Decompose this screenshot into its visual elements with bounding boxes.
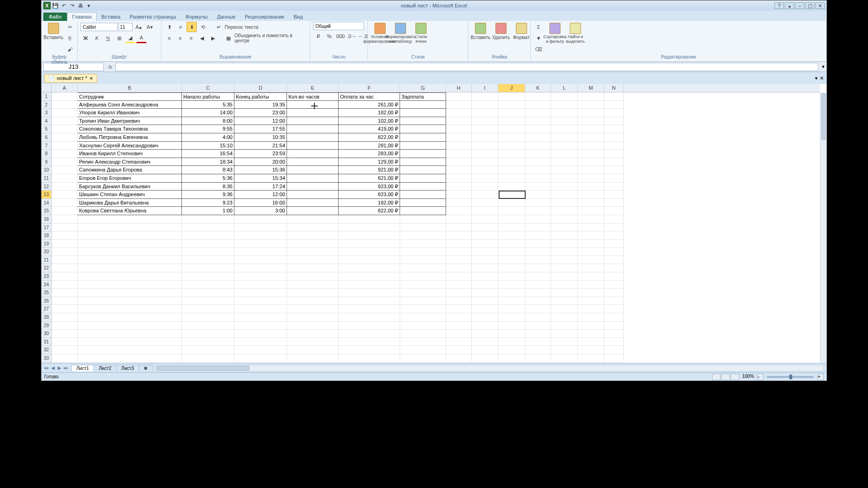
align-center-icon[interactable]: ≡ — [175, 33, 186, 43]
cell[interactable] — [525, 101, 551, 109]
cell[interactable] — [287, 142, 339, 150]
cell[interactable]: 20:00 — [234, 158, 287, 166]
cell[interactable] — [400, 117, 446, 125]
font-name-input[interactable] — [80, 23, 118, 31]
cell[interactable] — [472, 183, 498, 191]
cell[interactable] — [78, 305, 182, 313]
close-icon[interactable]: ✕ — [815, 2, 825, 9]
doc-close-icon[interactable]: ✕ — [820, 75, 824, 81]
cell[interactable] — [400, 330, 446, 338]
cell[interactable] — [578, 191, 604, 199]
align-middle-icon[interactable]: ≡ — [175, 22, 186, 32]
cell[interactable] — [604, 264, 624, 272]
cell[interactable] — [446, 289, 472, 297]
cell[interactable] — [287, 354, 339, 363]
cell[interactable] — [498, 231, 525, 240]
cell[interactable] — [578, 338, 604, 346]
cell[interactable] — [400, 166, 446, 174]
cell[interactable] — [498, 142, 525, 150]
undo-icon[interactable]: ↶ — [60, 2, 67, 9]
cell[interactable] — [400, 272, 446, 281]
cell[interactable] — [182, 272, 234, 281]
cell[interactable] — [578, 330, 604, 338]
sheet-next-icon[interactable]: ▶ — [56, 365, 63, 370]
font-color-icon[interactable]: A — [136, 33, 147, 43]
cell[interactable] — [498, 101, 525, 109]
col-header-g[interactable]: G — [400, 84, 446, 92]
cell[interactable] — [182, 224, 234, 232]
cell[interactable]: 419,00 ₽ — [339, 125, 400, 133]
cell[interactable] — [234, 272, 287, 281]
row-header-19[interactable]: 19 — [41, 240, 51, 248]
cell[interactable] — [52, 133, 78, 142]
col-header-i[interactable]: I — [472, 84, 498, 92]
cell[interactable] — [78, 248, 182, 256]
cell[interactable]: 8:00 — [182, 117, 234, 125]
row-header-27[interactable]: 27 — [41, 305, 51, 313]
row-header-33[interactable]: 33 — [41, 354, 51, 363]
cell[interactable] — [287, 215, 339, 224]
cell[interactable] — [446, 109, 472, 117]
cell[interactable] — [52, 92, 78, 101]
cell[interactable] — [339, 215, 400, 224]
row-header-29[interactable]: 29 — [41, 322, 51, 330]
cell[interactable] — [287, 281, 339, 289]
cell[interactable]: Шарикова Дарья Витальевна — [78, 199, 182, 207]
cell[interactable] — [604, 224, 624, 232]
cell[interactable] — [287, 313, 339, 322]
cell[interactable] — [551, 330, 578, 338]
new-sheet-button[interactable]: ✻ — [139, 365, 153, 371]
cell[interactable] — [498, 215, 525, 224]
cell[interactable] — [472, 297, 498, 305]
cell[interactable] — [472, 142, 498, 150]
cell[interactable] — [52, 305, 78, 313]
cell[interactable]: 23:59 — [234, 150, 287, 158]
cell[interactable] — [525, 133, 551, 142]
find-select-button[interactable]: Найти и выделить — [566, 22, 585, 45]
cell[interactable] — [498, 117, 525, 125]
cell[interactable]: 8:35 — [182, 183, 234, 191]
cell[interactable] — [551, 322, 578, 330]
cell[interactable] — [498, 92, 525, 101]
cell[interactable] — [472, 174, 498, 183]
minimize-ribbon-icon[interactable]: ▴ — [785, 2, 794, 9]
cell[interactable] — [525, 215, 551, 224]
cell[interactable] — [498, 109, 525, 117]
paste-button[interactable]: Вставить — [44, 22, 63, 41]
sort-filter-button[interactable]: Сортировка и фильтр — [546, 22, 564, 45]
cell[interactable] — [52, 183, 78, 191]
format-cells-button[interactable]: Формат — [512, 22, 531, 41]
cell[interactable] — [604, 330, 624, 338]
cell[interactable] — [400, 264, 446, 272]
zoom-slider[interactable] — [767, 376, 814, 378]
cell[interactable]: 5:36 — [182, 174, 234, 183]
cell[interactable] — [551, 109, 578, 117]
row-header-24[interactable]: 24 — [41, 281, 51, 289]
cell[interactable] — [400, 281, 446, 289]
cell[interactable] — [78, 297, 182, 305]
cell[interactable] — [52, 231, 78, 240]
cell[interactable] — [472, 224, 498, 232]
cell[interactable] — [525, 305, 551, 313]
cell[interactable]: 17:24 — [234, 183, 287, 191]
cell[interactable] — [604, 207, 624, 215]
cell[interactable] — [234, 330, 287, 338]
cell[interactable] — [446, 215, 472, 224]
cell[interactable] — [472, 256, 498, 264]
cell[interactable] — [287, 240, 339, 248]
cell[interactable] — [400, 305, 446, 313]
cell[interactable] — [551, 183, 578, 191]
cell[interactable] — [551, 281, 578, 289]
cell[interactable] — [339, 297, 400, 305]
cell[interactable]: Коврова Светлана Юрьевна — [78, 207, 182, 215]
row-header-16[interactable]: 16 — [41, 215, 51, 224]
cell[interactable] — [78, 322, 182, 330]
cell[interactable] — [578, 183, 604, 191]
cell[interactable] — [446, 142, 472, 150]
cell[interactable]: 10:35 — [234, 133, 287, 142]
row-header-25[interactable]: 25 — [41, 289, 51, 297]
cell[interactable] — [525, 231, 551, 240]
cell[interactable] — [287, 174, 339, 183]
cell[interactable] — [287, 248, 339, 256]
cell[interactable] — [551, 199, 578, 207]
